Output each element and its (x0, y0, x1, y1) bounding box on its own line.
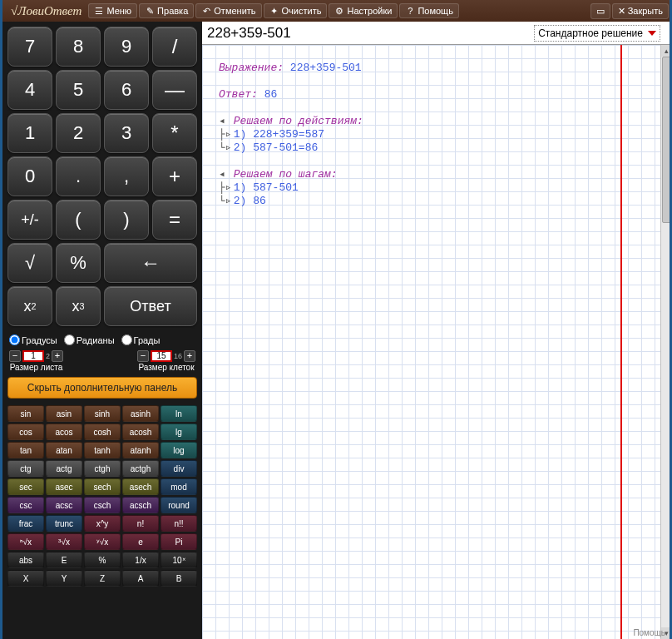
fn-Pi[interactable]: Pi (161, 533, 197, 550)
fn-mod[interactable]: mod (161, 478, 197, 495)
tree-collapse-icon[interactable]: ◂ (219, 168, 227, 181)
fn-A[interactable]: A (122, 570, 159, 587)
fn-abs[interactable]: abs (7, 552, 44, 568)
key-lparen[interactable]: ( (56, 200, 101, 240)
key-equals[interactable]: = (152, 200, 197, 240)
fn-ctgh[interactable]: ctgh (84, 460, 121, 477)
key-comma[interactable]: , (104, 156, 149, 196)
fn-x[interactable]: ʸ√x (84, 533, 121, 550)
fn-X[interactable]: X (7, 570, 44, 587)
angle-degrees[interactable]: Градусы (9, 334, 57, 345)
fn-cosh[interactable]: cosh (84, 424, 121, 440)
key-plus-minus[interactable]: +/- (7, 200, 52, 240)
key-7[interactable]: 7 (7, 27, 52, 67)
key-8[interactable]: 8 (56, 27, 101, 67)
fn-1x[interactable]: 1/x (122, 552, 159, 568)
fn-x[interactable]: ³√x (46, 533, 82, 550)
key-minus[interactable]: — (152, 70, 197, 110)
fn-n[interactable]: n!! (161, 515, 197, 532)
fn-csch[interactable]: csch (84, 497, 121, 513)
fn-lg[interactable]: lg (161, 424, 197, 440)
key-x-squared[interactable]: x2 (7, 286, 52, 326)
edit-button[interactable]: ✎Правка (139, 3, 194, 18)
fn-csc[interactable]: csc (7, 497, 44, 513)
key-percent[interactable]: % (56, 243, 101, 283)
toggle-extra-panel-button[interactable]: Скрыть дополнительную панель (7, 377, 197, 399)
menu-button[interactable]: ☰Меню (88, 3, 137, 18)
fn-acsc[interactable]: acsc (46, 497, 82, 513)
fn-sec[interactable]: sec (7, 478, 44, 495)
fn-frac[interactable]: frac (7, 515, 44, 532)
fn-10[interactable]: 10ˣ (161, 552, 197, 568)
settings-button[interactable]: ⚙Настройки (329, 3, 398, 18)
fn-B[interactable]: B (161, 570, 197, 587)
fn-x[interactable]: ⁿ√x (7, 533, 44, 550)
fn-atanh[interactable]: atanh (122, 442, 159, 458)
fn-atan[interactable]: atan (46, 442, 82, 458)
minimize-button[interactable]: ▭ (590, 3, 610, 19)
key-dot[interactable]: . (56, 156, 101, 196)
fn-e[interactable]: e (122, 533, 159, 550)
sheet-size-minus[interactable]: − (9, 350, 21, 362)
tree-expand-icon[interactable]: └▹ (219, 141, 227, 155)
fn-cos[interactable]: cos (7, 424, 44, 440)
tree-collapse-icon[interactable]: ◂ (219, 115, 227, 128)
undo-button[interactable]: ↶Отменить (195, 3, 261, 18)
fn-sinh[interactable]: sinh (84, 405, 121, 422)
key-0[interactable]: 0 (7, 156, 52, 196)
cell-size-plus[interactable]: + (184, 350, 195, 362)
cell-size-minus[interactable]: − (137, 350, 149, 362)
fn-E[interactable]: E (46, 552, 82, 568)
key-1[interactable]: 1 (7, 113, 52, 153)
expression-input[interactable] (202, 22, 534, 44)
fn-xy[interactable]: x^y (84, 515, 121, 532)
vertical-scrollbar[interactable]: ▴ ▾ (660, 45, 672, 639)
key-plus[interactable]: + (152, 156, 197, 196)
key-multiply[interactable]: * (152, 113, 197, 153)
key-9[interactable]: 9 (104, 27, 149, 67)
fn-actg[interactable]: actg (46, 460, 82, 477)
key-backspace[interactable]: ← (104, 243, 197, 283)
fn-asin[interactable]: asin (46, 405, 82, 422)
key-5[interactable]: 5 (56, 70, 101, 110)
fn-sin[interactable]: sin (7, 405, 44, 422)
fn-asec[interactable]: asec (46, 478, 82, 495)
sheet-size-plus[interactable]: + (52, 350, 63, 362)
key-3[interactable]: 3 (104, 113, 149, 153)
solution-type-dropdown[interactable]: Стандартное решение (534, 25, 660, 42)
fn-asech[interactable]: asech (122, 478, 159, 495)
key-divide[interactable]: / (152, 27, 197, 67)
fn-div[interactable]: div (161, 460, 197, 477)
angle-grads[interactable]: Грады (121, 334, 161, 345)
help-button[interactable]: ?Помощь (399, 3, 459, 18)
fn-trunc[interactable]: trunc (46, 515, 82, 532)
fn-n[interactable]: n! (122, 515, 159, 532)
clear-button[interactable]: ✦Очистить (264, 3, 328, 18)
fn-log[interactable]: log (161, 442, 197, 458)
fn-Z[interactable]: Z (84, 570, 121, 587)
fn-ctg[interactable]: ctg (7, 460, 44, 477)
key-6[interactable]: 6 (104, 70, 149, 110)
fn-acosh[interactable]: acosh (122, 424, 159, 440)
fn-asinh[interactable]: asinh (122, 405, 159, 422)
key-answer[interactable]: Ответ (104, 286, 197, 326)
fn-tan[interactable]: tan (7, 442, 44, 458)
footer-help-link[interactable]: Помощь (633, 628, 665, 637)
tree-expand-icon[interactable]: └▹ (219, 195, 227, 208)
fn-acos[interactable]: acos (46, 424, 82, 440)
fn-sech[interactable]: sech (84, 478, 121, 495)
key-rparen[interactable]: ) (104, 200, 149, 240)
fn-[interactable]: % (84, 552, 121, 568)
key-sqrt[interactable]: √ (7, 243, 52, 283)
fn-actgh[interactable]: actgh (122, 460, 159, 477)
close-button[interactable]: ✕Закрыть (612, 3, 669, 19)
fn-acsch[interactable]: acsch (122, 497, 159, 513)
tree-expand-icon[interactable]: ├▹ (219, 128, 227, 141)
fn-ln[interactable]: ln (161, 405, 197, 422)
key-2[interactable]: 2 (56, 113, 101, 153)
fn-Y[interactable]: Y (46, 570, 82, 587)
scroll-up-arrow[interactable]: ▴ (661, 45, 672, 57)
fn-round[interactable]: round (161, 497, 197, 513)
fn-tanh[interactable]: tanh (84, 442, 121, 458)
angle-radians[interactable]: Радианы (64, 334, 115, 345)
